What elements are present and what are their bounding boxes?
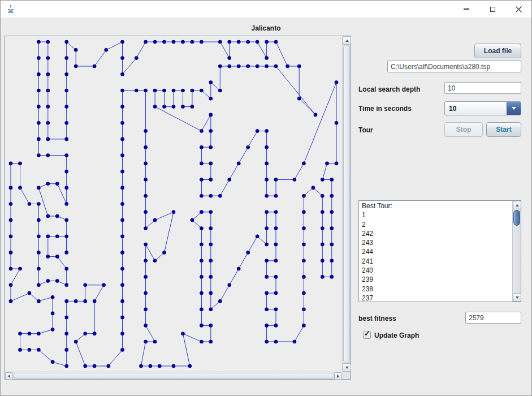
list-item[interactable]: 241: [360, 257, 512, 266]
local-search-depth-label: Local search depth: [358, 85, 420, 93]
list-scroll-down-icon: [516, 296, 519, 299]
list-scroll-up-icon: [516, 204, 519, 206]
scroll-up-button[interactable]: [343, 36, 351, 45]
close-button[interactable]: [505, 1, 531, 18]
close-icon: [516, 6, 522, 12]
list-item[interactable]: 243: [360, 238, 512, 247]
horizontal-scroll-thumb[interactable]: [13, 373, 334, 378]
list-item[interactable]: 237: [360, 294, 512, 302]
scroll-down-button[interactable]: [343, 363, 351, 372]
list-item[interactable]: 238: [360, 285, 512, 294]
time-in-seconds-label: Time in seconds: [358, 105, 412, 113]
scroll-right-button[interactable]: [334, 372, 342, 380]
list-item[interactable]: Best Tour:: [360, 201, 512, 210]
scrollbar-corner: [342, 372, 351, 379]
list-item[interactable]: 1: [360, 210, 512, 219]
tour-list-lines: Best Tour:12242243244241240239238237: [360, 201, 512, 302]
scroll-left-button[interactable]: [5, 372, 13, 380]
window-titlebar: [1, 1, 531, 18]
tsp-graph: [5, 36, 342, 372]
checkbox-check-icon: ✓: [364, 329, 370, 338]
load-file-button[interactable]: Load file: [474, 44, 521, 58]
tour-label: Tour: [358, 126, 373, 134]
update-graph-label: Update Graph: [374, 332, 419, 339]
scroll-left-icon: [8, 375, 10, 378]
best-fitness-label: best fitness: [358, 315, 396, 322]
stop-button[interactable]: Stop: [444, 122, 483, 137]
minimize-icon: [464, 8, 469, 10]
scroll-right-icon: [337, 375, 339, 378]
vertical-scroll-thumb[interactable]: [343, 45, 350, 363]
canvas-horizontal-scrollbar[interactable]: [5, 372, 342, 379]
list-scrollbar[interactable]: [512, 201, 521, 302]
java-icon: [6, 5, 15, 14]
maximize-button[interactable]: [479, 1, 505, 18]
list-item[interactable]: 2: [360, 220, 512, 229]
maximize-icon: [490, 7, 495, 12]
list-scroll-down-button[interactable]: [513, 293, 521, 302]
app-window: Jalicanto Load file C:\Users\alf\Documen…: [0, 0, 532, 396]
list-item[interactable]: 242: [360, 229, 512, 238]
list-scroll-thumb[interactable]: [513, 210, 520, 226]
window-controls: [453, 1, 531, 18]
file-path-field[interactable]: C:\Users\alf\Documents\a280.tsp: [387, 61, 521, 72]
best-fitness-field[interactable]: 2579: [465, 312, 521, 324]
list-item[interactable]: 239: [360, 275, 512, 284]
list-item[interactable]: 244: [360, 247, 512, 256]
tour-list[interactable]: Best Tour:12242243244241240239238237: [358, 200, 521, 302]
chevron-down-icon: [512, 107, 516, 110]
local-search-depth-field[interactable]: 10: [444, 82, 521, 94]
update-graph-checkbox[interactable]: ✓: [363, 331, 371, 339]
scroll-up-icon: [345, 40, 349, 42]
graph-panel: [5, 36, 351, 380]
minimize-button[interactable]: [453, 1, 479, 18]
list-scroll-up-button[interactable]: [513, 201, 521, 209]
scroll-down-icon: [345, 367, 349, 369]
start-button[interactable]: Start: [486, 122, 521, 137]
list-item[interactable]: 240: [360, 266, 512, 275]
combo-selected-value: 10: [449, 102, 456, 115]
canvas-vertical-scrollbar[interactable]: [342, 36, 351, 372]
time-combobox[interactable]: 10: [444, 101, 521, 115]
app-title: Jalicanto: [1, 24, 531, 32]
combo-arrow-button[interactable]: [507, 102, 521, 115]
